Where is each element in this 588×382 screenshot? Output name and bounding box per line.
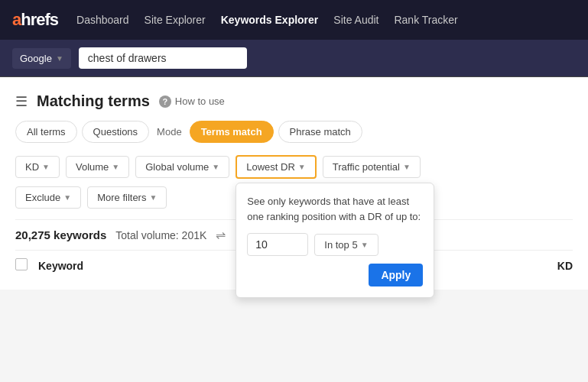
keyword-search-input[interactable] (79, 47, 247, 69)
tab-phrase-match[interactable]: Phrase match (278, 121, 362, 143)
search-engine-label: Google (20, 53, 52, 64)
tab-terms-match[interactable]: Terms match (190, 121, 274, 143)
exclude-filter-label: Exclude (25, 192, 60, 203)
more-filters-button[interactable]: More filters ▼ (87, 186, 167, 209)
chevron-down-icon: ▼ (212, 163, 219, 171)
traffic-potential-filter-label: Traffic potential (333, 161, 400, 173)
nav-site-audit[interactable]: Site Audit (333, 14, 378, 26)
chevron-down-icon: ▼ (149, 193, 157, 202)
filter-row-1: KD ▼ Volume ▼ Global volume ▼ Lowest DR … (15, 155, 573, 179)
how-to-use-link[interactable]: ? How to use (159, 96, 225, 108)
chevron-down-icon: ▼ (298, 163, 306, 171)
chevron-down-icon: ▼ (403, 163, 411, 171)
lowest-dr-filter-label: Lowest DR (246, 161, 295, 173)
hamburger-icon[interactable]: ☰ (15, 93, 28, 110)
apply-button[interactable]: Apply (369, 264, 423, 286)
lowest-dr-dropdown: See only keywords that have at least one… (236, 183, 434, 298)
tab-row: All terms Questions Mode Terms match Phr… (15, 121, 573, 143)
nav-dashboard[interactable]: Dashboard (76, 14, 129, 26)
lowest-dr-dropdown-container: Lowest DR ▼ See only keywords that have … (236, 155, 316, 179)
chevron-down-icon: ▼ (361, 241, 369, 249)
settings-icon[interactable]: ⇌ (216, 228, 226, 242)
kd-column-header: KD (512, 260, 573, 272)
more-filters-label: More filters (97, 192, 146, 203)
section-title: Matching terms (37, 92, 150, 110)
main-content: ☰ Matching terms ? How to use All terms … (0, 77, 588, 290)
filters-area: KD ▼ Volume ▼ Global volume ▼ Lowest DR … (15, 155, 573, 209)
checkbox-column (15, 258, 38, 273)
kd-filter-button[interactable]: KD ▼ (15, 156, 60, 178)
logo[interactable]: ahrefs (12, 10, 58, 30)
in-top-label: In top 5 (324, 239, 357, 251)
dropdown-description: See only keywords that have at least one… (247, 194, 423, 224)
nav-rank-tracker[interactable]: Rank Tracker (394, 14, 457, 26)
lowest-dr-filter-button[interactable]: Lowest DR ▼ (236, 155, 316, 179)
kd-filter-label: KD (25, 161, 39, 173)
chevron-down-icon: ▼ (56, 54, 63, 63)
nav-keywords-explorer[interactable]: Keywords Explorer (221, 14, 319, 26)
nav-site-explorer[interactable]: Site Explorer (145, 14, 206, 26)
dr-value-input[interactable] (247, 233, 308, 256)
tab-all-terms[interactable]: All terms (15, 121, 77, 143)
search-engine-dropdown[interactable]: Google ▼ (12, 48, 71, 69)
dropdown-input-row: In top 5 ▼ (247, 233, 423, 256)
chevron-down-icon: ▼ (63, 193, 71, 202)
in-top-button[interactable]: In top 5 ▼ (314, 234, 378, 256)
mode-label: Mode (154, 121, 185, 142)
logo-hrefs: hrefs (21, 10, 58, 30)
how-to-use-label: How to use (175, 96, 225, 107)
chevron-down-icon: ▼ (42, 163, 50, 171)
total-volume: Total volume: 201K (115, 229, 206, 241)
select-all-checkbox[interactable] (15, 258, 28, 270)
tab-questions[interactable]: Questions (82, 121, 150, 143)
keywords-count: 20,275 keywords (15, 228, 106, 241)
help-icon: ? (159, 96, 171, 108)
chevron-down-icon: ▼ (112, 163, 119, 171)
nav-links: Dashboard Site Explorer Keywords Explore… (76, 14, 576, 26)
search-bar: Google ▼ (0, 40, 588, 77)
global-volume-filter-label: Global volume (145, 161, 209, 173)
traffic-potential-filter-button[interactable]: Traffic potential ▼ (323, 156, 421, 178)
section-header: ☰ Matching terms ? How to use (15, 92, 573, 110)
global-volume-filter-button[interactable]: Global volume ▼ (135, 156, 229, 178)
exclude-filter-button[interactable]: Exclude ▼ (15, 186, 81, 209)
top-navigation: ahrefs Dashboard Site Explorer Keywords … (0, 0, 588, 40)
volume-filter-label: Volume (76, 161, 109, 173)
logo-a: a (12, 10, 21, 30)
volume-filter-button[interactable]: Volume ▼ (66, 156, 129, 178)
